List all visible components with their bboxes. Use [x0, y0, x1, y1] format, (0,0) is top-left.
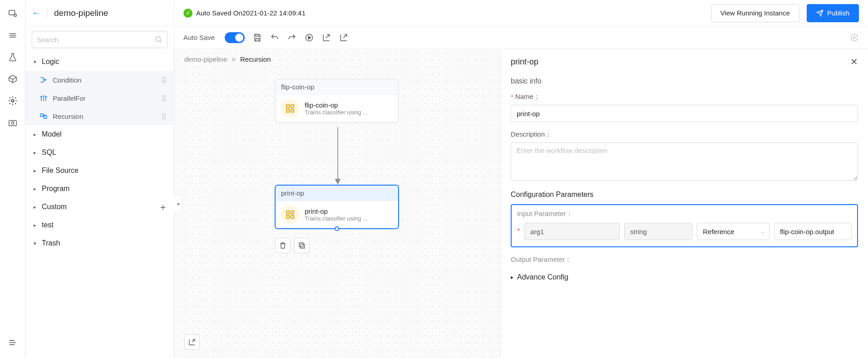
redo-icon[interactable]: [287, 33, 296, 42]
svg-point-5: [156, 37, 161, 42]
branch-icon: [39, 75, 48, 84]
parallel-icon: [39, 93, 48, 103]
node-actions: [275, 238, 310, 253]
param-name-input[interactable]: [524, 223, 620, 240]
svg-point-1: [14, 14, 16, 16]
node-subtitle: Trains classifier using ...: [305, 215, 368, 222]
tree-group-model[interactable]: ▸Model: [25, 125, 174, 143]
node-title: print-op: [305, 207, 368, 215]
main: ✓ Auto Saved On2021-01-22 14:09:41 View …: [174, 0, 868, 358]
tree-group-program[interactable]: ▸Program: [25, 180, 174, 198]
delete-node-button[interactable]: [275, 238, 291, 253]
duplicate-node-button[interactable]: [294, 238, 310, 253]
required-mark: *: [511, 93, 513, 101]
drag-handle-icon[interactable]: [162, 95, 168, 101]
drag-handle-icon[interactable]: [162, 113, 168, 119]
close-icon[interactable]: ✕: [850, 56, 858, 67]
svg-point-2: [11, 99, 14, 102]
pipeline-title: demo-pipeline: [54, 8, 108, 18]
fullscreen-button[interactable]: [184, 334, 200, 350]
rail-monitor-icon[interactable]: [7, 8, 18, 19]
svg-rect-6: [40, 114, 43, 117]
rail-gear-icon[interactable]: [7, 95, 18, 106]
svg-point-4: [11, 122, 14, 124]
publish-button[interactable]: Publish: [807, 4, 859, 22]
back-arrow-icon[interactable]: ←: [32, 8, 41, 18]
export-icon[interactable]: [322, 33, 331, 42]
properties-panel: print-op ✕ basic info *Name： Description…: [500, 49, 868, 358]
tree-item-recursion[interactable]: Recursion: [25, 107, 174, 125]
svg-rect-3: [9, 120, 16, 126]
svg-rect-10: [301, 244, 305, 248]
svg-rect-0: [9, 10, 15, 15]
output-param-label: Output Parameter：: [511, 255, 858, 264]
nav-rail: [0, 0, 25, 358]
svg-rect-11: [299, 243, 303, 247]
canvas[interactable]: ◂ demo-pipeline > Recursion flip-coin-op…: [174, 49, 500, 358]
send-icon: [816, 10, 824, 17]
node-header: print-op: [276, 186, 398, 201]
undo-icon[interactable]: [270, 33, 279, 42]
puzzle-icon: [281, 99, 299, 118]
tree-group-sql[interactable]: ▸SQL: [25, 143, 174, 162]
run-icon[interactable]: [305, 33, 314, 42]
name-label: Name：: [515, 93, 540, 101]
drag-handle-icon[interactable]: [162, 77, 168, 83]
tree-item-condition[interactable]: Condition: [25, 71, 174, 89]
description-label: Description：: [511, 130, 552, 139]
tree-group-trash[interactable]: ▾Trash: [25, 234, 174, 252]
tree-item-parallelfor[interactable]: ParallelFor: [25, 89, 174, 107]
required-mark: *: [517, 227, 520, 235]
search-icon: [154, 35, 163, 44]
autosave-label: Auto Save: [183, 34, 215, 41]
rail-camera-icon[interactable]: [7, 117, 18, 128]
collapse-sidebar-handle[interactable]: ◂: [174, 195, 182, 213]
tree-group-custom[interactable]: ▸Custom＋: [25, 198, 174, 216]
import-icon[interactable]: [339, 33, 348, 42]
panel-title: print-op: [511, 57, 538, 67]
breadcrumb-root[interactable]: demo-pipeline: [184, 55, 227, 63]
breadcrumb: demo-pipeline > Recursion: [184, 55, 271, 63]
input-param-label: Input Parameter：: [517, 210, 852, 218]
rail-layers-icon[interactable]: [7, 30, 18, 41]
autosave-status: ✓ Auto Saved On2021-01-22 14:09:41: [183, 9, 306, 18]
search-input[interactable]: [37, 36, 154, 44]
check-circle-icon: ✓: [183, 9, 192, 18]
node-port[interactable]: [335, 226, 339, 231]
topbar: ✓ Auto Saved On2021-01-22 14:09:41 View …: [174, 0, 868, 26]
config-params-label: Configuration Parameters: [511, 191, 858, 199]
tree-group-logic[interactable]: ▾Logic: [25, 53, 174, 71]
tree-group-filesource[interactable]: ▸File Source: [25, 162, 174, 180]
node-title: flip-coin-op: [305, 101, 368, 109]
save-icon[interactable]: [253, 33, 262, 42]
basic-info-label: basic info: [511, 77, 858, 85]
svg-rect-7: [44, 116, 47, 118]
sidebar: ← demo-pipeline ▾Logic Condition Paralle: [25, 0, 174, 358]
rail-flask-icon[interactable]: [7, 52, 18, 63]
rail-box-icon[interactable]: [7, 74, 18, 84]
node-header: flip-coin-op: [276, 79, 398, 95]
node-print-op[interactable]: print-op print-op Trains classifier usin…: [275, 185, 399, 229]
node-subtitle: Trains classifier using ...: [305, 109, 368, 116]
param-ref-select[interactable]: ⌄: [697, 223, 769, 240]
param-ref-value-input[interactable]: [774, 223, 852, 240]
view-running-button[interactable]: View Running Instance: [711, 4, 799, 22]
node-flip-coin-op[interactable]: flip-coin-op flip-coin-op Trains classif…: [275, 79, 399, 123]
divider: [47, 8, 48, 18]
svg-point-9: [853, 36, 855, 38]
settings-hex-icon[interactable]: [850, 33, 859, 42]
rail-menu-icon[interactable]: [7, 337, 18, 348]
component-tree: ▾Logic Condition ParallelFor Recursion: [25, 53, 174, 358]
autosave-toggle[interactable]: [225, 32, 245, 43]
breadcrumb-current: Recursion: [240, 55, 271, 63]
recursion-icon: [39, 112, 48, 121]
add-custom-icon[interactable]: ＋: [158, 201, 168, 213]
puzzle-icon: [281, 206, 299, 224]
description-input[interactable]: [511, 142, 858, 181]
name-input[interactable]: [511, 105, 858, 122]
input-parameter-box: Input Parameter： * ⌄: [511, 204, 858, 247]
param-type-input[interactable]: [624, 223, 692, 240]
tree-group-test[interactable]: ▸test: [25, 216, 174, 234]
advance-config-toggle[interactable]: ▸Advance Config: [511, 273, 858, 281]
search-input-wrap[interactable]: [32, 31, 168, 48]
